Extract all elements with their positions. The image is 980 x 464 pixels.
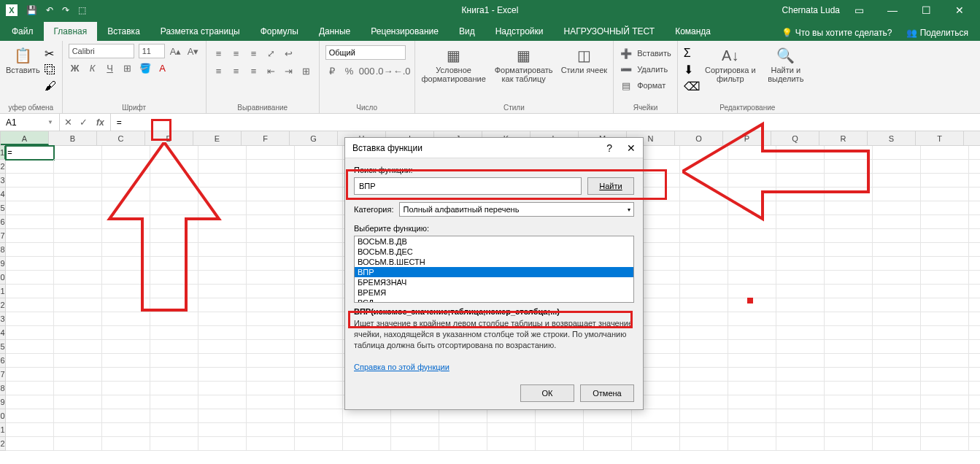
- cell[interactable]: [295, 201, 343, 215]
- cell[interactable]: [295, 215, 343, 229]
- enter-formula-icon[interactable]: ✓: [80, 117, 88, 128]
- cell[interactable]: [54, 257, 102, 271]
- cell[interactable]: [825, 423, 873, 437]
- cell[interactable]: [487, 423, 536, 437]
- cell[interactable]: [776, 174, 825, 187]
- cell[interactable]: [54, 187, 102, 201]
- cell[interactable]: [102, 187, 150, 201]
- cell[interactable]: [54, 423, 102, 437]
- cell[interactable]: [969, 271, 980, 285]
- cell[interactable]: [198, 215, 247, 229]
- cell[interactable]: [873, 312, 921, 326]
- cell[interactable]: [198, 409, 247, 423]
- cell[interactable]: [247, 382, 295, 395]
- function-list-item[interactable]: ВРЕМЯ: [355, 287, 633, 298]
- cell[interactable]: [873, 437, 921, 451]
- cell[interactable]: [873, 298, 921, 312]
- column-header[interactable]: T: [916, 131, 964, 145]
- column-header[interactable]: P: [723, 131, 771, 145]
- cell[interactable]: [921, 382, 969, 395]
- cell[interactable]: [54, 271, 102, 285]
- formula-input[interactable]: =: [111, 114, 980, 131]
- cell[interactable]: [6, 423, 54, 437]
- cell[interactable]: [150, 160, 198, 174]
- cell[interactable]: [150, 423, 198, 437]
- cell[interactable]: [150, 243, 198, 257]
- cell[interactable]: [150, 395, 198, 409]
- cell[interactable]: [487, 437, 536, 451]
- cell[interactable]: [295, 285, 343, 298]
- fill-icon[interactable]: ⬇: [684, 63, 701, 77]
- format-as-table-button[interactable]: ▦Форматировать как таблицу: [491, 44, 557, 102]
- row-header[interactable]: 2: [0, 160, 6, 174]
- cell[interactable]: [680, 437, 728, 451]
- cell[interactable]: [6, 340, 54, 354]
- column-header[interactable]: C: [97, 131, 145, 145]
- cell[interactable]: [198, 243, 247, 257]
- cell[interactable]: [54, 146, 102, 160]
- cell[interactable]: [6, 201, 54, 215]
- tab-file[interactable]: Файл: [1, 22, 44, 41]
- row-header[interactable]: 6: [0, 215, 6, 229]
- font-name-combo[interactable]: Calibri: [69, 44, 134, 58]
- cell[interactable]: [247, 298, 295, 312]
- paste-button[interactable]: 📋 Вставить: [6, 44, 40, 102]
- cell[interactable]: [295, 340, 343, 354]
- cell[interactable]: [873, 257, 921, 271]
- merge-icon[interactable]: ⊞: [300, 64, 313, 77]
- increase-decimal-icon[interactable]: .0→: [378, 64, 391, 77]
- cell[interactable]: [54, 326, 102, 340]
- cell[interactable]: [102, 354, 150, 368]
- cell[interactable]: [873, 395, 921, 409]
- cell[interactable]: [198, 229, 247, 243]
- function-list-item[interactable]: ВОСЬМ.В.ДЕС: [355, 247, 633, 257]
- cell[interactable]: [776, 326, 825, 340]
- cell[interactable]: [247, 285, 295, 298]
- cell[interactable]: [247, 174, 295, 187]
- cell[interactable]: [54, 395, 102, 409]
- cell[interactable]: [825, 229, 873, 243]
- align-left-icon[interactable]: ≡: [212, 64, 225, 77]
- cell[interactable]: [776, 354, 825, 368]
- cell[interactable]: [776, 340, 825, 354]
- column-header[interactable]: A: [1, 131, 49, 145]
- cell[interactable]: [54, 382, 102, 395]
- cell[interactable]: [825, 437, 873, 451]
- cell[interactable]: [873, 285, 921, 298]
- tab-loadtest[interactable]: НАГРУЗОЧНЫЙ ТЕСТ: [554, 22, 665, 41]
- column-header[interactable]: B: [49, 131, 97, 145]
- currency-icon[interactable]: ₽: [325, 64, 339, 77]
- cell[interactable]: [776, 395, 825, 409]
- cell[interactable]: [776, 201, 825, 215]
- font-color-icon[interactable]: A: [156, 61, 169, 74]
- cell[interactable]: [921, 201, 969, 215]
- column-header[interactable]: O: [675, 131, 723, 145]
- cell[interactable]: [728, 423, 776, 437]
- italic-button[interactable]: К: [86, 61, 99, 74]
- tab-formulas[interactable]: Формулы: [250, 22, 309, 41]
- cell[interactable]: [102, 437, 150, 451]
- cell[interactable]: [198, 382, 247, 395]
- row-header[interactable]: 4: [0, 187, 6, 201]
- tab-review[interactable]: Рецензирование: [360, 22, 449, 41]
- cell[interactable]: [680, 271, 728, 285]
- cell[interactable]: [969, 187, 980, 201]
- cell[interactable]: [825, 187, 873, 201]
- cell[interactable]: [728, 395, 776, 409]
- cell[interactable]: [825, 395, 873, 409]
- row-header[interactable]: 7: [0, 229, 6, 243]
- cell[interactable]: [6, 229, 54, 243]
- cell[interactable]: [632, 423, 680, 437]
- function-list-item[interactable]: ВОСЬМ.В.ДВ: [355, 236, 633, 247]
- column-header[interactable]: F: [242, 131, 290, 145]
- cell[interactable]: [6, 271, 54, 285]
- cell[interactable]: [873, 354, 921, 368]
- cell[interactable]: [247, 271, 295, 285]
- cell[interactable]: [680, 257, 728, 271]
- cell[interactable]: [439, 409, 487, 423]
- cell[interactable]: [102, 174, 150, 187]
- cell[interactable]: [921, 437, 969, 451]
- cell[interactable]: [873, 326, 921, 340]
- cell[interactable]: [102, 160, 150, 174]
- cell[interactable]: [921, 340, 969, 354]
